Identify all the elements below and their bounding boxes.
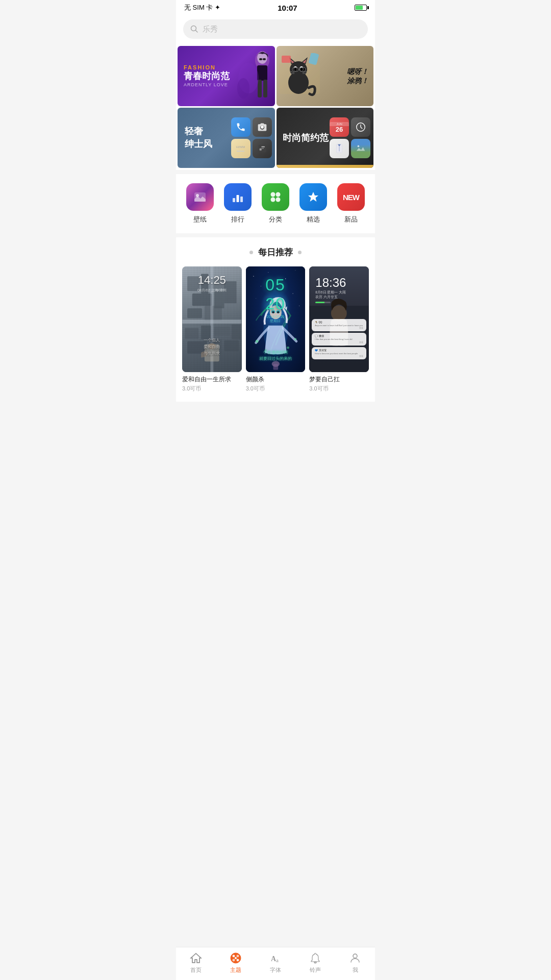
status-icons [355,5,367,11]
svg-point-11 [237,78,249,99]
svg-rect-23 [292,67,298,71]
categories-section: 壁纸 排行 [176,174,375,233]
banner-fashion-text: FASHION 青春时尚范 ARDENTLY LOVE [184,64,230,87]
theme2-time: 0520 [246,276,306,313]
category-rank-label: 排行 [231,215,244,224]
svg-rect-64 [214,327,230,335]
category-category[interactable]: 分类 [262,183,289,224]
banner-gentleman-text: 轻奢绅士风 [185,125,212,151]
svg-rect-8 [263,58,266,60]
svg-point-85 [255,340,258,343]
search-input[interactable]: 乐秀 [183,19,368,39]
banner-minimal[interactable]: 时尚简约范 JUN 26 [277,108,374,168]
svg-rect-90 [273,364,278,370]
theme2-name: 侧颜杀 [246,375,306,384]
theme1-time: 14:25 [182,274,242,287]
theme3-time: 18:36 [315,276,369,290]
svg-rect-56 [214,291,224,308]
svg-line-1 [196,31,198,33]
svg-rect-6 [263,80,267,97]
banner-gentleman-icons: Hi!MM ▬▬▬ [231,117,272,158]
svg-point-72 [268,272,268,273]
svg-rect-7 [259,58,262,60]
category-wallpaper-label: 壁纸 [193,215,207,224]
svg-rect-4 [257,65,267,81]
svg-point-50 [276,198,281,202]
banner-fashion[interactable]: FASHION 青春时尚范 ARDENTLY LOVE [178,46,275,106]
daily-dot-right [298,251,302,254]
category-rank[interactable]: 排行 [224,183,252,224]
svg-rect-40 [355,143,366,154]
theme1-text: 一个佰人爱和自由与生所求 [182,337,242,357]
daily-title: 每日推荐 [258,247,293,258]
svg-point-88 [287,347,289,349]
theme-preview-2: 0520 2018.05.20星期日 乍友道的好啊就要回过头的来的 [246,266,306,372]
search-placeholder: 乐秀 [203,24,218,34]
search-icon [190,25,198,33]
theme-preview-3: 18:36 8月6日 星期一 大雨农历 六月廿五 🐧 QQ Anyone wan… [309,266,369,372]
svg-point-74 [295,270,295,271]
category-wallpaper[interactable]: 壁纸 [186,183,214,224]
svg-point-49 [271,198,276,202]
theme-item-1[interactable]: 14:25 08月/02 上海/滦州 一个佰人爱和自由与生所求 爱和自由一生所求… [182,266,242,393]
theme1-name: 爱和自由一生所求 [182,375,242,384]
svg-rect-46 [240,197,243,202]
theme-item-2[interactable]: 0520 2018.05.20星期日 乍友道的好啊就要回过头的来的 侧颜杀 3.… [246,266,306,393]
battery-icon [355,5,367,11]
svg-point-48 [276,192,281,197]
theme3-name: 梦要自己扛 [309,375,369,384]
categories-row: 壁纸 排行 [181,183,370,224]
banner-minimal-text: 时尚简约范 [283,132,329,144]
graffiti-cat [279,53,320,99]
status-bar: 无 SIM 卡 ✦ 10:07 [176,0,375,14]
themes-grid: 14:25 08月/02 上海/滦州 一个佰人爱和自由与生所求 爱和自由一生所求… [182,266,369,393]
svg-point-41 [358,145,360,148]
banner-graffiti-text: 嗯呀！ 涂鸦！ [347,67,368,85]
svg-rect-30 [282,56,291,63]
theme-item-3[interactable]: 18:36 8月6日 星期一 大雨农历 六月廿五 🐧 QQ Anyone wan… [309,266,369,393]
category-new[interactable]: NEW 新品 [337,183,365,224]
svg-rect-24 [299,67,306,71]
banners-grid: FASHION 青春时尚范 ARDENTLY LOVE [176,46,375,168]
category-featured[interactable]: 精选 [299,183,327,224]
daily-header: 每日推荐 [182,247,369,258]
daily-section: 每日推荐 [176,237,375,402]
category-new-label: 新品 [344,215,358,224]
status-sim: 无 SIM 卡 ✦ [184,3,220,12]
svg-marker-51 [308,192,318,202]
theme-preview-1: 14:25 08月/02 上海/滦州 一个佰人爱和自由与生所求 [182,266,242,372]
svg-rect-57 [187,308,202,318]
svg-rect-55 [192,293,212,306]
banner-gentleman[interactable]: 轻奢绅士风 Hi!MM ▬▬▬ [178,108,275,168]
svg-rect-35 [261,146,265,148]
svg-point-86 [294,338,296,340]
daily-dot-left [249,251,253,254]
banner-minimal-bar [277,165,374,168]
svg-point-34 [260,149,261,150]
theme2-price: 3.0可币 [246,385,306,393]
svg-rect-45 [237,195,239,202]
category-featured-label: 精选 [307,215,320,224]
banner-graffiti[interactable]: 嗯呀！ 涂鸦！ [277,46,374,106]
theme1-price: 3.0可币 [182,385,242,393]
svg-point-47 [271,192,276,197]
banners-section: FASHION 青春时尚范 ARDENTLY LOVE [176,44,375,170]
fashion-figure [236,50,274,106]
banner-minimal-icons: JUN 26 [330,117,370,158]
svg-rect-44 [233,198,235,202]
status-time: 10:07 [278,4,297,12]
svg-rect-36 [261,148,264,149]
theme3-price: 3.0可币 [309,385,369,393]
search-bar: 乐秀 [176,14,375,44]
category-category-label: 分类 [269,215,282,224]
